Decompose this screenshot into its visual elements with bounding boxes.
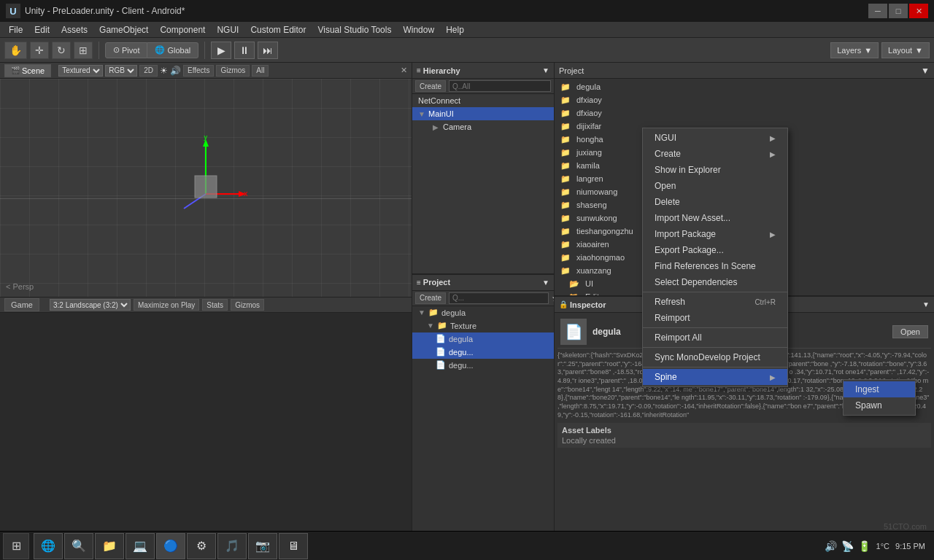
ctx-item-reimport[interactable]: Reimport (643, 310, 787, 326)
tab-game[interactable]: Game (4, 298, 39, 311)
pivot-toggle[interactable]: ⊙ Pivot 🌐 Global (105, 42, 198, 58)
taskbar-app-6[interactable]: ⚙ (187, 533, 216, 559)
project-star-icon[interactable]: ★ (552, 293, 554, 303)
ctx-label-7: Export Package... (655, 245, 724, 255)
ctx-item-create[interactable]: Create▶ (643, 146, 787, 162)
ctx-item-find-references-in-scene[interactable]: Find References In Scene (643, 258, 787, 274)
hierarchy-item-camera[interactable]: ▶ Camera (412, 120, 554, 133)
hierarchy-item-netconnect[interactable]: NetConnect (412, 94, 554, 107)
taskbar-app-5[interactable]: 🔵 (156, 533, 185, 559)
ctx-item-select-dependencies[interactable]: Select Dependencies (643, 274, 787, 290)
menu-item-window[interactable]: Window (397, 22, 440, 38)
hierarchy-search-input[interactable] (449, 80, 551, 92)
ctx-arrow-icon-6: ▶ (770, 230, 776, 238)
project-file-degula-2[interactable]: 📄 degu... (412, 346, 554, 359)
ctx-item-open[interactable]: Open (643, 178, 787, 194)
effects-button[interactable]: Effects (183, 65, 214, 77)
taskbar-app-8[interactable]: 📷 (248, 533, 277, 559)
close-button[interactable]: ✕ (909, 4, 928, 18)
play-button[interactable]: ▶ (211, 42, 231, 59)
ctx-item-export-package...[interactable]: Export Package... (643, 242, 787, 258)
ctx-item-show-in-explorer[interactable]: Show in Explorer (643, 162, 787, 178)
menu-item-custom-editor[interactable]: Custom Editor (244, 22, 312, 38)
inspector-options[interactable]: ▼ (922, 300, 930, 308)
pivot-button[interactable]: ⊙ Pivot (105, 42, 147, 58)
project-right-options[interactable]: ▼ (921, 66, 930, 76)
game-view[interactable] (0, 313, 412, 531)
sound-icon[interactable]: 🔊 (825, 540, 837, 552)
hand-tool-button[interactable]: ✋ (4, 42, 27, 59)
ctx-item-refresh[interactable]: RefreshCtrl+R (643, 294, 787, 310)
taskbar-app-7[interactable]: 🎵 (217, 533, 247, 559)
minimize-button[interactable]: ─ (868, 4, 887, 18)
menu-item-ngui[interactable]: NGUI (211, 22, 244, 38)
folder-icon-8: 📁 (560, 187, 571, 197)
ctx-item-import-new-asset...[interactable]: Import New Asset... (643, 210, 787, 226)
layout-dropdown[interactable]: Layout ▼ (881, 42, 930, 58)
open-button[interactable]: Open (892, 325, 928, 338)
tab-scene[interactable]: 🎬 Scene (4, 64, 51, 77)
right-folder-degula-0[interactable]: 📁degula (555, 80, 934, 93)
ctx-item-spine[interactable]: Spine▶ (643, 369, 787, 385)
menu-item-assets[interactable]: Assets (55, 22, 93, 38)
menu-item-file[interactable]: File (3, 22, 28, 38)
taskbar-app-3[interactable]: 📁 (95, 533, 124, 559)
project-file-degula-3[interactable]: 📄 degu... (412, 359, 554, 372)
folder-icon-9: 📁 (560, 201, 571, 210)
menu-item-gameobject[interactable]: GameObject (93, 22, 154, 38)
menu-item-visual-studio-tools[interactable]: Visual Studio Tools (312, 22, 397, 38)
ctx-item-sync-monodevelop-project[interactable]: Sync MonoDevelop Project (643, 349, 787, 365)
folder-icon-5: 📁 (560, 148, 571, 158)
taskbar-app-2[interactable]: 🔍 (64, 533, 93, 559)
project-search-input[interactable] (449, 292, 549, 304)
start-button[interactable]: ⊞ (3, 533, 29, 559)
ctx-item-ngui[interactable]: NGUI▶ (643, 130, 787, 146)
gizmos-button[interactable]: Gizmos (216, 65, 250, 77)
ctx-item-import-package[interactable]: Import Package▶ (643, 226, 787, 242)
maximize-button[interactable]: □ (889, 4, 908, 18)
taskbar-app-4[interactable]: 💻 (126, 533, 155, 559)
game-gizmos-button[interactable]: Gizmos (231, 299, 264, 311)
hierarchy-options[interactable]: ▼ (542, 66, 549, 74)
move-tool-button[interactable]: ✛ (30, 42, 49, 59)
menu-item-component[interactable]: Component (154, 22, 211, 38)
all-button[interactable]: All (252, 65, 269, 77)
project-folder-degula-root[interactable]: ▼ 📁 degula (412, 306, 554, 319)
menu-item-edit[interactable]: Edit (28, 22, 55, 38)
project-create-button[interactable]: Create (415, 292, 446, 304)
folder-label-9: shaseng (576, 201, 607, 209)
project-options[interactable]: ▼ (542, 279, 549, 287)
network-icon[interactable]: 📡 (841, 540, 854, 552)
clock-label: 9:15 PM (895, 542, 925, 551)
taskbar-app-1[interactable]: 🌐 (34, 533, 63, 559)
sub-item-spawn[interactable]: Spawn (844, 397, 915, 413)
global-button[interactable]: 🌐 Global (147, 42, 198, 58)
color-mode-select[interactable]: RGB (105, 65, 137, 77)
scene-view[interactable]: x y < Persp (0, 79, 412, 297)
file-type-icon: 📄 (560, 319, 587, 345)
hierarchy-create-button[interactable]: Create (415, 80, 446, 92)
scale-tool-button[interactable]: ⊞ (74, 42, 93, 59)
lock-icon[interactable]: 🔒 (559, 300, 568, 308)
pause-button[interactable]: ⏸ (234, 42, 255, 59)
right-folder-dfxiaoy-1[interactable]: 📁dfxiaoy (555, 93, 934, 106)
sub-item-ingest[interactable]: Ingest (844, 381, 915, 397)
aspect-select[interactable]: 3:2 Landscape (3:2) (50, 299, 131, 311)
maximize-on-play-button[interactable]: Maximize on Play (134, 299, 199, 311)
stats-button[interactable]: Stats (202, 299, 228, 311)
project-file-degula-1[interactable]: 📄 degula (412, 332, 554, 346)
taskbar-app-9[interactable]: 🖥 (279, 533, 308, 559)
ctx-item-delete[interactable]: Delete (643, 194, 787, 210)
battery-icon[interactable]: 🔋 (858, 540, 871, 552)
layers-dropdown[interactable]: Layers ▼ (830, 42, 879, 58)
rotate-tool-button[interactable]: ↻ (52, 42, 71, 59)
project-folder-texture[interactable]: ▼ 📁 Texture (412, 319, 554, 332)
persp-label: < Persp (6, 282, 34, 291)
hierarchy-item-mainui[interactable]: ▼ MainUI (412, 107, 554, 120)
menu-item-help[interactable]: Help (440, 22, 470, 38)
step-button[interactable]: ⏭ (258, 42, 278, 59)
ctx-item-reimport-all[interactable]: Reimport All (643, 330, 787, 346)
right-folder-dfxiaoy-2[interactable]: 📁dfxiaoy (555, 106, 934, 120)
size-2d-button[interactable]: 2D (139, 65, 158, 77)
view-mode-select[interactable]: Textured (58, 65, 103, 77)
